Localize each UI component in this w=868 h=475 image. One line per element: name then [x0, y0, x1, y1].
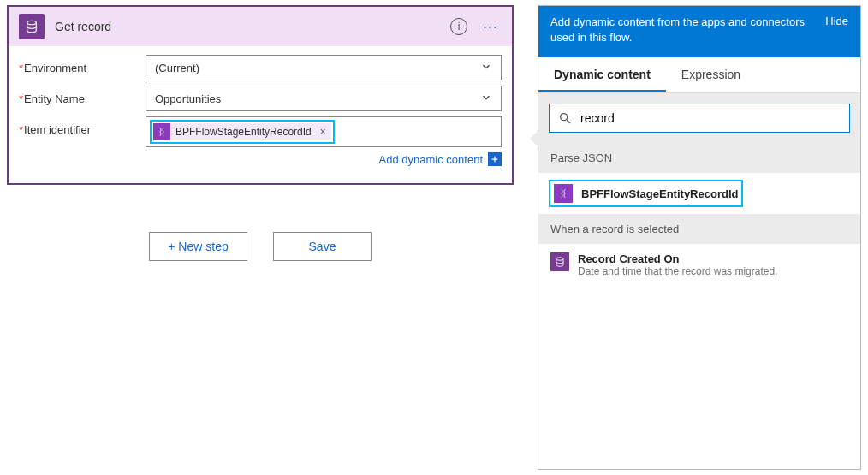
entity-name-label: *Entity Name	[19, 86, 146, 105]
panel-tabs: Dynamic content Expression	[538, 57, 860, 93]
search-icon	[558, 111, 572, 125]
get-record-card: Get record i ··· *Environment (Current) …	[7, 5, 514, 185]
svg-point-1	[561, 114, 568, 121]
result-item-bpf-record-id[interactable]: BPFFlowStageEntityRecordId	[538, 173, 860, 214]
section-parse-json: Parse JSON	[538, 143, 860, 173]
new-step-button[interactable]: + New step	[149, 232, 247, 261]
hide-link[interactable]: Hide	[825, 15, 848, 45]
panel-header: Add dynamic content from the apps and co…	[538, 6, 860, 57]
svg-line-2	[567, 120, 570, 123]
fx-icon	[554, 184, 573, 203]
cds-icon	[19, 14, 45, 39]
action-title: Get record	[55, 20, 450, 33]
section-when-record: When a record is selected	[538, 214, 860, 244]
search-box[interactable]	[549, 104, 850, 133]
chevron-down-icon	[480, 92, 492, 104]
environment-label: *Environment	[19, 55, 146, 74]
add-dynamic-content-link[interactable]: Add dynamic content	[379, 153, 483, 166]
callout-arrow-icon	[530, 130, 538, 147]
expand-icon[interactable]	[488, 152, 502, 166]
cds-icon	[550, 252, 569, 271]
chevron-down-icon	[480, 61, 492, 73]
item-identifier-label: *Item identifier	[19, 116, 146, 136]
more-menu-icon[interactable]: ···	[479, 18, 502, 36]
search-input[interactable]	[580, 111, 841, 125]
result-item-record-created-on[interactable]: Record Created On Date and time that the…	[538, 244, 860, 286]
info-icon[interactable]: i	[450, 18, 467, 35]
svg-point-0	[27, 21, 37, 25]
fx-icon	[153, 123, 170, 140]
svg-point-3	[556, 258, 563, 261]
token-remove-icon[interactable]: ×	[315, 126, 331, 138]
dynamic-content-panel: Add dynamic content from the apps and co…	[538, 5, 861, 470]
item-identifier-input[interactable]: BPFFlowStageEntityRecordId ×	[146, 116, 502, 147]
save-button[interactable]: Save	[273, 232, 372, 261]
action-header[interactable]: Get record i ···	[9, 7, 512, 46]
entity-name-select[interactable]: Opportunities	[146, 86, 502, 111]
token-bpf-record-id[interactable]: BPFFlowStageEntityRecordId ×	[153, 123, 331, 140]
environment-select[interactable]: (Current)	[146, 55, 502, 80]
tab-dynamic-content[interactable]: Dynamic content	[538, 57, 666, 92]
tab-expression[interactable]: Expression	[666, 57, 756, 92]
